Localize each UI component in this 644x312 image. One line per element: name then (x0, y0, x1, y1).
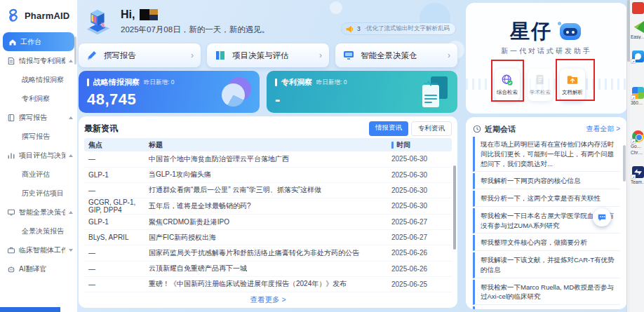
row-title[interactable]: 云顶新耀自免重磅产品再下一城 (146, 264, 391, 273)
sidebar-item-report[interactable]: 撰写报告 (0, 108, 77, 127)
sidebar-item-history-eval[interactable]: 历史评估项目 (0, 184, 77, 203)
news-row[interactable]: —国家药监局关于抗感解毒片和舒筋活络止痛膏转化为非处方药的公告2025-06-2… (84, 245, 452, 261)
row-focus: — (84, 280, 146, 288)
news-row[interactable]: GLP-1聚焦CRDMO新贵赴港IPO2025-06-27 (84, 215, 452, 230)
sidebar-item-intel[interactable]: 情报与专利洞察 (0, 51, 77, 70)
desktop-icon-360[interactable]: ↗ (632, 87, 644, 99)
sidebar-item-patent-insight[interactable]: 专利洞察 (0, 89, 77, 108)
session-item[interactable]: 帮我检索一下这个专家是否参与过Axi-cel的临床研究 (473, 306, 620, 309)
sidebar-item-workbench[interactable]: 工作台 (3, 32, 74, 51)
sidebar-scrollbar[interactable] (74, 36, 76, 65)
chat-widget-button[interactable] (593, 208, 611, 226)
tab-intel-news[interactable]: 情报资讯 (369, 121, 408, 136)
desktop-icon-easyconnect[interactable] (632, 21, 644, 33)
sidebar-item-ai-translator[interactable]: AI翻译官 (0, 259, 77, 278)
news-row[interactable]: GLP-1当GLP-1攻向偏头痛2025-06-30 (84, 168, 452, 183)
shortcut-arrow-icon: ↗ (631, 95, 636, 100)
desktop-icon-red-app[interactable] (632, 2, 644, 14)
session-item[interactable]: 帮我分析一下，这两个文章是否有关联性 (473, 191, 620, 207)
clock-icon (473, 125, 481, 133)
row-title[interactable]: 聚焦CRDMO新贵赴港IPO (146, 217, 391, 227)
desktop-icon-label: Chr… (631, 150, 644, 155)
row-time: 2025-06-26 (391, 249, 452, 257)
sessions-scrollbar[interactable] (623, 145, 626, 182)
desktop-icon-label: Easy… (631, 34, 644, 39)
desktop-icon-label: Team… (631, 179, 644, 184)
quicktab-write-report[interactable]: 撰写报告 › (79, 43, 201, 67)
news-title: 最新资讯 (84, 123, 369, 135)
news-tab-group: 情报资讯 专利资讯 (369, 121, 452, 136)
news-row[interactable]: —打通群众看病“最后一公里” 云南“学三明、抓落实”这样做2025-06-30 (84, 183, 452, 198)
comprehensive-search-button[interactable]: 综合检索 (495, 69, 520, 101)
sidebar-item-business-eval[interactable]: 商业评估 (0, 165, 77, 184)
quicktab-project-eval[interactable]: 项目决策与评估 › (207, 43, 329, 67)
row-title[interactable]: 国产FIC新药授权出海 (146, 233, 391, 243)
row-title[interactable]: 国家药监局关于抗感解毒片和舒筋活络止痛膏转化为非处方药的公告 (146, 248, 391, 258)
stat-card-strategic-intel[interactable]: 战略情报洞察 昨日新增: 0 48,745 (79, 71, 260, 113)
globe-icon (501, 74, 514, 86)
sidebar-item-write-report[interactable]: 撰写报告 (0, 127, 77, 146)
app-title: PharmAID (25, 11, 69, 21)
folder-upload-icon (566, 74, 579, 86)
row-title[interactable]: 中国首个地中海贫血防治管理云平台落地广西 (146, 154, 391, 164)
session-item[interactable]: 帮我解读一下该文献，并提炼对CAR-T有优势的信息 (473, 252, 620, 278)
news-row[interactable]: —重磅！《中国新药注册临床试验进展年度报告（2024年）》发布2025-06-2… (84, 277, 452, 292)
desktop-icon-chrome[interactable]: ↗ (632, 130, 644, 142)
desktop-icon-teamviewer[interactable]: ↗ (632, 166, 644, 178)
sidebar-subitem-label: 撰写报告 (22, 132, 50, 142)
sidebar-item-eval[interactable]: 项目评估与决策 (0, 146, 77, 165)
briefcase-icon (7, 246, 15, 255)
sidebar-item-panorama[interactable]: 智能全景决策仓 (0, 203, 77, 222)
document-icon (422, 76, 448, 107)
news-scrollbar[interactable] (453, 165, 456, 250)
quicktab-panorama[interactable]: 智能全景决策仓 › (335, 43, 457, 67)
academic-search-button[interactable]: 学术检索 (528, 69, 553, 101)
session-item[interactable]: 现在市场上药明巨诺有在宣传他们体内存活时间比我们更长，可能到一年以上，有两个问题… (473, 137, 620, 172)
news-row[interactable]: —中国首个地中海贫血防治管理云平台落地广西2025-06-30 (84, 151, 452, 167)
row-title[interactable]: 打通群众看病“最后一公里” 云南“学三明、抓落实”这样做 (146, 185, 391, 195)
app-logo: PharmAID (0, 0, 77, 29)
news-row[interactable]: —云顶新耀自免重磅产品再下一城2025-06-26 (84, 262, 452, 277)
megaphone-icon (345, 25, 354, 34)
quicktab-label: 智能全景决策仓 (361, 50, 442, 61)
sidebar-nav: 工作台 情报与专利洞察 战略情报洞察 专利洞察 撰写报告 撰写报告 项目评估与决… (0, 32, 77, 278)
sidebar-item-clinical-toolbox[interactable]: 临床智能体工作箱 (0, 240, 77, 259)
col-title: 标题 (146, 140, 391, 150)
session-item[interactable]: 帮我整理文件核心内容，做摘要分析 (473, 235, 620, 251)
stat-label: 专利洞察 (281, 77, 312, 88)
greeting-date: 2025年07月08日，新的一天，新的遇见。 (121, 25, 269, 35)
session-item[interactable]: 帮我检索一下Marco Ruella, MD教授是否参与过Axi-cel的临床研… (473, 280, 620, 306)
view-all-link[interactable]: 查看全部 > (586, 124, 620, 134)
row-focus: — (84, 155, 146, 163)
notification-ticker[interactable]: 3 ·优化了流式输出时文字解析乱码 (341, 22, 456, 35)
pen-icon (86, 49, 98, 62)
sidebar-item-label: 撰写报告 (19, 113, 65, 123)
quicktab-label: 撰写报告 (104, 50, 185, 61)
view-more-link[interactable]: 查看更多 > (84, 292, 452, 305)
sidebar-item-strategic-intel[interactable]: 战略情报洞察 (0, 70, 77, 89)
chevron-down-icon (69, 249, 73, 252)
assistant-panel: 星仔 新一代对话式研发助手 综合检索 学术检索 (466, 3, 627, 114)
button-label: 综合检索 (497, 89, 518, 96)
tab-patent-news[interactable]: 专利资讯 (411, 121, 452, 136)
stat-card-patent-insight[interactable]: 专利洞察 昨日新增: 0 - (267, 71, 457, 113)
row-title[interactable]: 五年后，谁将是全球最畅销的药? (146, 201, 391, 211)
sidebar-item-panorama-report[interactable]: 全景决策报告 (0, 222, 77, 240)
doc-parse-button[interactable]: 文档解析 (560, 69, 585, 101)
chevron-up-icon (69, 211, 73, 214)
row-time: 2025-06-27 (391, 218, 452, 226)
row-title[interactable]: 重磅！《中国新药注册临床试验进展年度报告（2024年）》发布 (146, 279, 391, 289)
greeting: Hi, (121, 8, 158, 21)
row-title[interactable]: 当GLP-1攻向偏头痛 (146, 170, 391, 179)
label-bar (275, 79, 277, 86)
news-row[interactable]: GCGR, GLP-1, GIP, DPP4五年后，谁将是全球最畅销的药?202… (84, 198, 452, 215)
desktop-icon-blue-app[interactable]: ↗ (632, 50, 644, 62)
session-item[interactable]: 帮我解析一下网页内容的核心信息 (473, 173, 620, 189)
row-time: 2025-06-27 (391, 233, 452, 241)
row-time: 2025-06-25 (391, 280, 452, 288)
news-row[interactable]: BLyS, APRIL国产FIC新药授权出海2025-06-27 (84, 230, 452, 245)
button-label: 学术检索 (530, 89, 551, 96)
document-search-icon (7, 57, 15, 65)
desktop-icon-label: Go… (631, 144, 644, 149)
stat-sub: 昨日新增: 0 (144, 79, 174, 87)
